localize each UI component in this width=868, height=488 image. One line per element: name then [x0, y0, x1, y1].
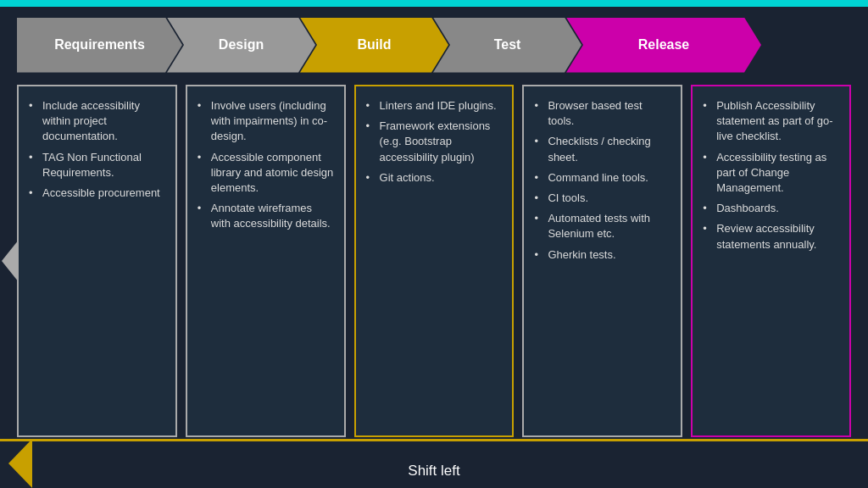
list-item: Command line tools.	[534, 170, 670, 186]
card-build: Linters and IDE plugins. Framework exten…	[354, 85, 515, 437]
test-list: Browser based test tools. Checklists / c…	[534, 98, 670, 263]
top-bar	[0, 0, 868, 7]
stage-test: Test	[433, 18, 581, 73]
stage-test-label: Test	[494, 37, 521, 53]
list-item: CI tools.	[534, 191, 670, 206]
stage-requirements-label: Requirements	[54, 37, 145, 53]
list-item: TAG Non Functional Requirements.	[29, 150, 165, 180]
release-list: Publish Accessibility statement as part …	[703, 98, 839, 252]
list-item: Automated tests with Selenium etc.	[534, 211, 670, 241]
list-item: Include accessibility within project doc…	[29, 98, 165, 145]
card-test: Browser based test tools. Checklists / c…	[522, 85, 682, 437]
shift-left-label: Shift left	[408, 463, 459, 480]
list-item: Browser based test tools.	[534, 98, 670, 129]
list-item: Framework extensions (e.g. Bootstrap acc…	[366, 119, 503, 165]
stage-design-label: Design	[219, 37, 264, 53]
bottom-area: Shift left	[0, 439, 868, 488]
design-list: Involve users (including with impairment…	[198, 98, 334, 232]
card-design: Involve users (including with impairment…	[186, 85, 346, 437]
bottom-arrow-left-icon	[8, 439, 32, 488]
stage-build: Build	[300, 18, 448, 73]
list-item: Publish Accessibility statement as part …	[703, 98, 839, 145]
card-release: Publish Accessibility statement as part …	[691, 85, 851, 437]
stage-release-label: Release	[638, 37, 690, 53]
stage-design: Design	[167, 18, 315, 73]
list-item: Linters and IDE plugins.	[366, 98, 503, 114]
list-item: Accessible procurement	[29, 186, 165, 201]
stage-build-label: Build	[358, 37, 392, 53]
pipeline: Requirements Design Build Test Release	[0, 7, 868, 83]
list-item: Accessible component library and atomic …	[198, 150, 334, 197]
stage-release: Release	[566, 18, 761, 73]
list-item: Involve users (including with impairment…	[198, 98, 334, 145]
build-list: Linters and IDE plugins. Framework exten…	[366, 98, 503, 186]
list-item: Review accessibility statements annually…	[703, 221, 839, 252]
list-item: Gherkin tests.	[534, 247, 670, 263]
list-item: Dashboards.	[703, 201, 839, 216]
list-item: Accessibility testing as part of Change …	[703, 150, 839, 197]
list-item: Checklists / checking sheet.	[534, 134, 670, 164]
list-item: Git actions.	[366, 170, 503, 186]
stage-requirements: Requirements	[17, 18, 182, 73]
cards-area: Include accessibility within project doc…	[17, 85, 851, 437]
requirements-list: Include accessibility within project doc…	[29, 98, 165, 201]
card-requirements: Include accessibility within project doc…	[17, 85, 177, 437]
list-item: Annotate wireframes with accessibility d…	[198, 201, 334, 231]
